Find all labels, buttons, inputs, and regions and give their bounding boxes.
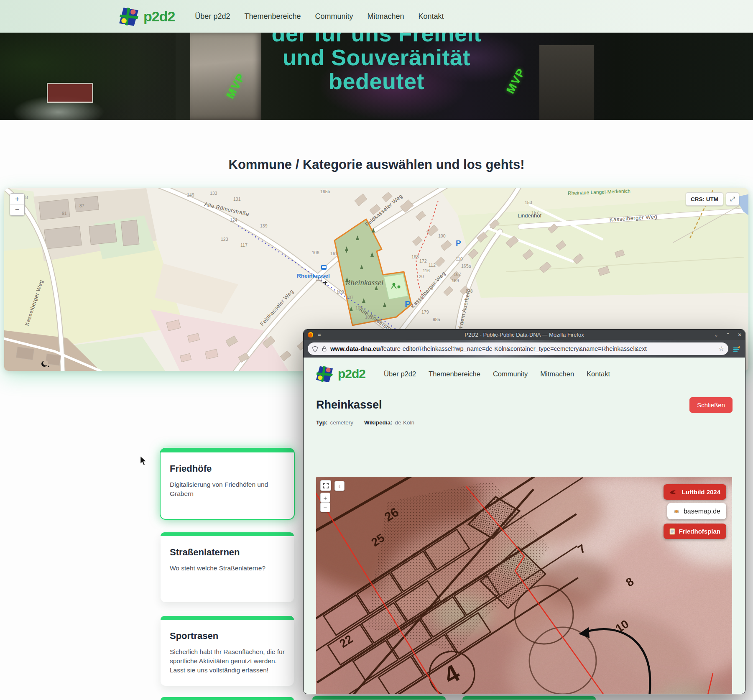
card-partial[interactable] [312, 696, 446, 700]
card-strassenlaternen[interactable]: Straßenlaternen Wo steht welche Straßenl… [161, 532, 294, 602]
p2d2-logo-icon [118, 5, 139, 27]
svg-text:107: 107 [346, 295, 354, 300]
minimize-button[interactable]: ⌄ [714, 332, 718, 338]
svg-text:153: 153 [525, 200, 532, 205]
svg-text:116: 116 [423, 268, 430, 273]
nav-mitmachen[interactable]: Mitmachen [540, 370, 574, 378]
nav-community[interactable]: Community [315, 12, 353, 21]
svg-text:167: 167 [454, 272, 461, 277]
crs-chip[interactable]: CRS: UTM [686, 192, 723, 206]
bus-stop-icon [321, 265, 327, 270]
mouse-cursor [139, 456, 148, 466]
card-title: Friedhöfe [170, 463, 285, 474]
svg-text:161: 161 [330, 251, 338, 256]
nav-themenbereiche[interactable]: Themenbereiche [244, 12, 301, 21]
card-partial[interactable] [462, 696, 596, 700]
close-window-button[interactable]: ✕ [738, 332, 742, 338]
zoom-in-button[interactable]: + [10, 194, 24, 204]
firefox-icon [307, 332, 314, 338]
maximize-button[interactable]: ⌃ [726, 332, 730, 338]
plan-zoom-in-button[interactable]: + [320, 493, 330, 503]
card-sportrasen[interactable]: Sportrasen Sicherlich habt Ihr Rasenfläc… [161, 616, 294, 686]
url-text[interactable]: www.data-dna.eu/feature-editor/Rheinkass… [330, 345, 714, 352]
nav-ueber-p2d2[interactable]: Über p2d2 [384, 370, 416, 378]
cemetery-plan-map[interactable]: 26 25 22 13 4 7 8 10 12 37 38b [316, 477, 732, 694]
svg-text:109: 109 [337, 289, 344, 294]
zoom-out-button[interactable]: − [10, 204, 24, 215]
svg-text:149: 149 [187, 192, 194, 197]
url-bar[interactable]: www.data-dna.eu/feature-editor/Rheinkass… [308, 342, 728, 355]
svg-text:91: 91 [62, 211, 67, 216]
nav-ueber-p2d2[interactable]: Über p2d2 [195, 12, 230, 21]
map-zoom-controls: + − [10, 193, 25, 216]
cemetery-label: Rheinkassel [345, 278, 384, 287]
svg-text:105: 105 [355, 305, 363, 310]
svg-text:117: 117 [240, 243, 248, 248]
card-title: Sportrasen [170, 631, 285, 641]
basemap-de-button[interactable]: basemap.de [667, 503, 726, 519]
card-title: Straßenlaternen [170, 547, 285, 558]
section-heading: Kommune / Kategorie auswählen und los ge… [0, 157, 753, 172]
typ-value: cemetery [330, 419, 354, 426]
card-top-bar [161, 449, 294, 452]
svg-text:106: 106 [312, 250, 319, 255]
wikipedia-label: Wikipedia: [364, 419, 392, 426]
expand-map-button[interactable]: ⤢ [726, 192, 739, 206]
svg-text:173: 173 [465, 289, 473, 294]
svg-text:87: 87 [79, 203, 84, 208]
svg-text:139: 139 [260, 223, 268, 228]
extension-icon[interactable] [733, 345, 741, 353]
nav-kontakt[interactable]: Kontakt [419, 12, 444, 21]
svg-text:157: 157 [531, 210, 539, 215]
top-navbar: p2d2 Über p2d2 Themenbereiche Community … [0, 0, 753, 33]
svg-text:98a: 98a [433, 317, 440, 322]
svg-text:101: 101 [365, 314, 373, 319]
svg-text:124: 124 [230, 217, 237, 222]
card-top-bar [161, 616, 294, 620]
url-path: /feature-editor/Rheinkassel?wp_name=de-K… [380, 345, 647, 352]
svg-text:110: 110 [456, 256, 463, 261]
friedhofsplan-button[interactable]: Friedhofsplan [664, 524, 726, 539]
svg-text:169: 169 [452, 278, 459, 283]
site-brand[interactable]: p2d2 [315, 364, 365, 383]
card-partial[interactable] [161, 697, 294, 700]
nav-community[interactable]: Community [493, 370, 528, 378]
firefox-window[interactable]: ≡ P2D2 - Public-Public Data-DNA — Mozill… [303, 329, 745, 694]
site-nav: Über p2d2 Themenbereiche Community Mitma… [384, 370, 610, 378]
nav-mitmachen[interactable]: Mitmachen [368, 12, 404, 21]
typ-label: Typ: [316, 419, 328, 426]
brand[interactable]: p2d2 [118, 5, 175, 27]
brand-name: p2d2 [338, 367, 365, 381]
parking-icon-2: P [456, 239, 461, 248]
luftbild-2024-button[interactable]: Luftbild 2024 [664, 484, 726, 500]
card-friedhoefe[interactable]: Friedhöfe Digitalisierung von Friedhöfen… [161, 449, 294, 519]
menu-icon[interactable]: ≡ [318, 332, 321, 338]
plan-zoom-out-button[interactable]: − [320, 502, 330, 512]
svg-text:123: 123 [221, 237, 228, 242]
fullscreen-button[interactable] [320, 480, 331, 491]
svg-text:131: 131 [233, 197, 241, 202]
schliessen-button[interactable]: Schließen [689, 397, 733, 413]
clipboard-icon [669, 528, 675, 535]
svg-text:165b: 165b [320, 189, 330, 194]
brand-name: p2d2 [143, 8, 175, 25]
svg-text:111: 111 [316, 276, 322, 281]
svg-text:168: 168 [411, 254, 419, 259]
feature-title: Rheinkassel [316, 399, 382, 411]
url-domain: www.data-dna.eu [330, 345, 380, 352]
svg-text:179: 179 [421, 309, 429, 314]
nav-themenbereiche[interactable]: Themenbereiche [429, 370, 480, 378]
shield-icon[interactable] [312, 346, 318, 352]
svg-text:100: 100 [438, 233, 446, 238]
site-header: p2d2 Über p2d2 Themenbereiche Community … [304, 358, 745, 390]
firefox-toolbar: www.data-dna.eu/feature-editor/Rheinkass… [304, 340, 745, 358]
firefox-titlebar[interactable]: ≡ P2D2 - Public-Public Data-DNA — Mozill… [304, 330, 745, 340]
bookmark-star-icon[interactable]: ☆ [719, 345, 724, 353]
svg-text:165a: 165a [461, 263, 471, 268]
basemap-icon [673, 508, 680, 515]
collapse-panel-button[interactable]: ‹ [334, 481, 345, 491]
hero-line-2: und Souveränität [0, 46, 753, 69]
hero-line-1: der für uns Freiheit [0, 33, 753, 46]
parking-icon-1: P [405, 299, 411, 309]
nav-kontakt[interactable]: Kontakt [587, 370, 610, 378]
